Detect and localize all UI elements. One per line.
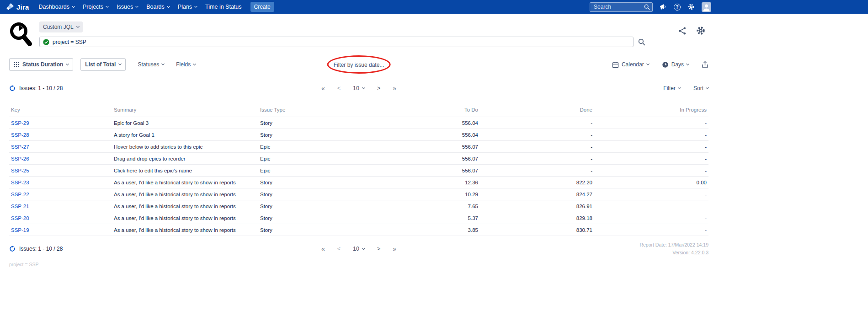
issues-row-top: Issues: 1 - 10 / 28 « < 10 > » Filter So…	[0, 82, 718, 94]
export-icon[interactable]	[702, 61, 708, 68]
table-row: SSP-25 Click here to edit this epic's na…	[9, 165, 708, 177]
todo-value: 5.37	[366, 212, 480, 224]
issue-key-link[interactable]: SSP-25	[11, 168, 29, 173]
issue-key-link[interactable]: SSP-26	[11, 156, 29, 161]
table-row: SSP-19 As a user, I'd like a historical …	[9, 224, 708, 236]
page-size-select[interactable]: 10	[353, 85, 365, 91]
jira-logo-icon	[6, 3, 14, 11]
in-progress-value: -	[594, 224, 708, 236]
help-icon[interactable]: ?	[674, 4, 681, 11]
report-meta: Report Date: 17/Mar/2022 14:19 Version: …	[639, 241, 708, 257]
nav-item-dashboards[interactable]: Dashboards	[35, 0, 79, 14]
todo-value: 556.04	[366, 117, 480, 129]
issue-summary: Hover below to add stories to this epic	[112, 141, 258, 153]
search-input[interactable]	[590, 2, 653, 12]
filter-by-issue-date[interactable]: Filter by issue date...	[334, 62, 384, 68]
page-content: Custom JQL project = SSP	[0, 14, 718, 267]
nav-item-projects[interactable]: Projects	[79, 0, 112, 14]
prev-page-button[interactable]: <	[337, 246, 341, 252]
table-row: SSP-29 Epic for Goal 3 Story 556.04 - -	[9, 117, 708, 129]
issue-type: Story	[258, 224, 366, 236]
nav-item-plans[interactable]: Plans	[174, 0, 201, 14]
units-label: Days	[671, 61, 684, 68]
calendar-dropdown[interactable]: Calendar	[612, 61, 649, 68]
navbar-right: ?	[590, 2, 711, 12]
report-type-dropdown[interactable]: Status Duration	[9, 58, 73, 71]
sort-dropdown[interactable]: Sort	[693, 85, 708, 91]
next-page-button[interactable]: >	[377, 85, 380, 91]
list-type-label: List of Total	[85, 61, 116, 68]
create-button[interactable]: Create	[250, 2, 274, 12]
pager-bottom: « < 10 > »	[321, 245, 396, 252]
filter-sort-controls: Filter Sort	[663, 85, 708, 91]
grid-icon	[14, 62, 19, 67]
in-progress-value: -	[594, 117, 708, 129]
refresh-icon[interactable]	[9, 246, 16, 252]
in-progress-value: -	[594, 212, 708, 224]
issue-table: Key Summary Issue Type To Do Done In Pro…	[9, 104, 708, 236]
issues-row-bottom: Issues: 1 - 10 / 28 « < 10 > » Report Da…	[0, 242, 718, 256]
search-header: Custom JQL project = SSP	[0, 14, 718, 50]
jql-input[interactable]: project = SSP	[39, 37, 634, 47]
next-page-button[interactable]: >	[377, 246, 380, 252]
list-type-dropdown[interactable]: List of Total	[80, 58, 126, 71]
chevron-down-icon	[106, 5, 109, 8]
nav-item-issues[interactable]: Issues	[112, 0, 142, 14]
table-row: SSP-22 As a user, I'd like a historical …	[9, 188, 708, 200]
done-value: 826.91	[480, 200, 594, 212]
jql-mode-dropdown[interactable]: Custom JQL	[39, 21, 83, 32]
top-navbar: Jira Dashboards Projects Issues Boards P…	[0, 0, 868, 14]
nav-item-label: Plans	[178, 4, 192, 10]
page-size-select[interactable]: 10	[353, 246, 365, 252]
avatar[interactable]	[702, 2, 711, 12]
issue-key-link[interactable]: SSP-19	[11, 227, 29, 233]
issue-key-link[interactable]: SSP-21	[11, 204, 29, 209]
run-search-icon[interactable]	[638, 38, 645, 46]
issue-type: Story	[258, 117, 366, 129]
last-page-button[interactable]: »	[393, 85, 396, 92]
prev-page-button[interactable]: <	[337, 85, 341, 91]
navbar-search	[590, 2, 653, 12]
settings-gear-icon[interactable]	[696, 26, 706, 36]
share-icon[interactable]	[678, 27, 687, 35]
issue-key-link[interactable]: SSP-22	[11, 192, 29, 197]
brand-text: Jira	[16, 3, 29, 11]
issue-key-link[interactable]: SSP-29	[11, 120, 29, 126]
issue-key-link[interactable]: SSP-20	[11, 215, 29, 221]
last-page-button[interactable]: »	[393, 245, 396, 252]
done-value: -	[480, 129, 594, 141]
first-page-button[interactable]: «	[321, 85, 325, 92]
chevron-down-icon	[362, 247, 365, 250]
refresh-icon[interactable]	[9, 85, 16, 91]
jira-logo[interactable]: Jira	[6, 3, 29, 11]
todo-value: 3.85	[366, 224, 480, 236]
fields-dropdown[interactable]: Fields	[176, 61, 196, 68]
issue-key-link[interactable]: SSP-27	[11, 144, 29, 150]
issue-type: Epic	[258, 141, 366, 153]
in-progress-value: 0.00	[594, 177, 708, 188]
nav-item-label: Boards	[146, 4, 165, 10]
units-dropdown[interactable]: Days	[662, 61, 689, 68]
col-header-key: Key	[9, 104, 112, 117]
nav-item-boards[interactable]: Boards	[142, 0, 174, 14]
filter-by-date-wrap: Filter by issue date...	[334, 60, 384, 69]
first-page-button[interactable]: «	[321, 245, 325, 252]
page-size-value: 10	[353, 246, 359, 252]
issue-type: Story	[258, 177, 366, 188]
filter-dropdown[interactable]: Filter	[663, 85, 681, 91]
issue-summary: Click here to edit this epic's name	[112, 165, 258, 177]
done-value: -	[480, 117, 594, 129]
issue-key-link[interactable]: SSP-23	[11, 180, 29, 185]
in-progress-value: -	[594, 141, 708, 153]
chevron-down-icon	[66, 62, 69, 65]
gear-icon[interactable]	[687, 3, 695, 11]
nav-item-time-in-status[interactable]: Time in Status	[201, 0, 245, 14]
statuses-dropdown[interactable]: Statuses	[138, 61, 164, 68]
todo-value: 556.07	[366, 165, 480, 177]
announcement-icon[interactable]	[660, 4, 667, 10]
chevron-down-icon	[161, 62, 165, 65]
issue-key-link[interactable]: SSP-28	[11, 132, 29, 138]
issue-summary: As a user, I'd like a historical story t…	[112, 224, 258, 236]
issue-summary: As a user, I'd like a historical story t…	[112, 212, 258, 224]
jql-query-text: project = SSP	[53, 39, 86, 45]
